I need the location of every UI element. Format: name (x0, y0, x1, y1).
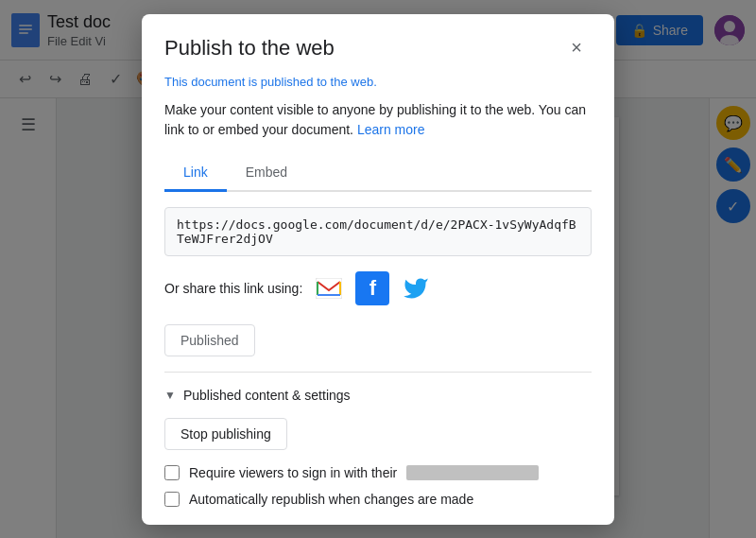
published-notice: This document is published to the web. (164, 75, 592, 89)
twitter-share-button[interactable] (399, 271, 433, 305)
require-signin-checkbox[interactable] (164, 465, 180, 480)
url-display[interactable]: https://docs.google.com/document/d/e/2PA… (164, 207, 592, 256)
checkbox1-label: Require viewers to sign in with their (189, 465, 397, 480)
close-button[interactable]: × (561, 33, 592, 63)
modal-header: Publish to the web × (142, 14, 614, 75)
share-label: Or share this link using: (164, 281, 302, 296)
facebook-share-button[interactable]: f (355, 271, 389, 305)
blurred-org-text: xxxxxxxxxxxxxxxxxxxx (406, 465, 539, 480)
checkbox-row-2: Automatically republish when changes are… (164, 492, 592, 507)
tab-link[interactable]: Link (164, 155, 227, 192)
gmail-share-button[interactable] (312, 271, 346, 305)
stop-publishing-button[interactable]: Stop publishing (164, 418, 287, 450)
settings-label: Published content & settings (183, 388, 351, 403)
modal-overlay: Publish to the web × This document is pu… (0, 0, 756, 538)
share-row: Or share this link using: f (164, 271, 592, 305)
checkbox2-label: Automatically republish when changes are… (189, 492, 473, 507)
divider (164, 372, 592, 373)
tab-embed[interactable]: Embed (227, 155, 306, 192)
modal-title: Publish to the web (164, 36, 335, 61)
chevron-icon: ▼ (164, 389, 176, 402)
modal-description: Make your content visible to anyone by p… (164, 100, 592, 140)
tab-bar: Link Embed (164, 155, 592, 192)
checkbox-row-1: Require viewers to sign in with their xx… (164, 465, 592, 480)
publish-modal: Publish to the web × This document is pu… (142, 14, 614, 525)
published-status-button: Published (164, 324, 255, 356)
settings-toggle[interactable]: ▼ Published content & settings (164, 388, 592, 403)
modal-body: This document is published to the web. M… (142, 75, 614, 525)
auto-republish-checkbox[interactable] (164, 492, 180, 507)
learn-more-link[interactable]: Learn more (357, 122, 425, 137)
